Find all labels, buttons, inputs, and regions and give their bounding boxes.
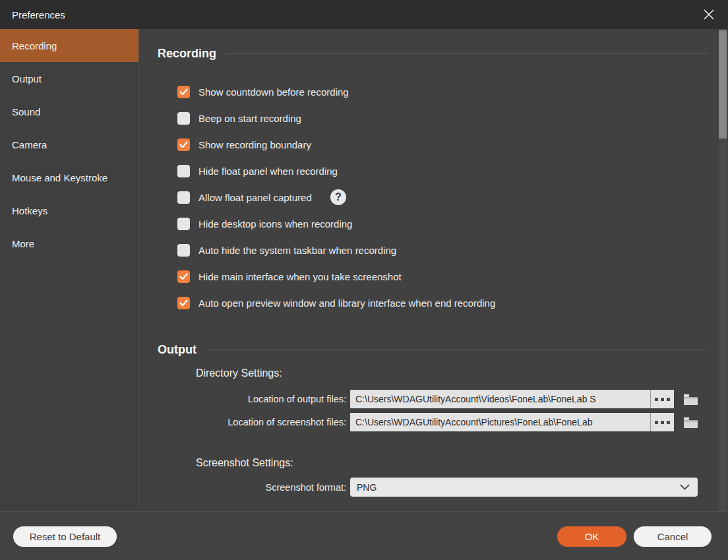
- option-beep-on-start: Beep on start recording: [177, 105, 708, 131]
- checkbox-label: Beep on start recording: [198, 113, 301, 124]
- path-group: [350, 413, 674, 431]
- option-auto-open-preview: Auto open preview window and library int…: [177, 290, 708, 316]
- browse-button[interactable]: [650, 413, 674, 431]
- sidebar-item-label: Recording: [12, 40, 57, 51]
- ellipsis-icon: [655, 398, 658, 401]
- checkbox[interactable]: [177, 218, 190, 230]
- checkbox[interactable]: [177, 86, 190, 98]
- check-icon: [179, 299, 188, 307]
- checkbox-label: Allow float panel captured: [198, 192, 312, 203]
- ok-button[interactable]: OK: [557, 526, 626, 547]
- checkbox[interactable]: [177, 191, 190, 204]
- sidebar-item-label: More: [12, 238, 34, 249]
- checkbox[interactable]: [177, 270, 190, 283]
- screenshot-format-row: Screenshot format: PNG: [158, 478, 708, 497]
- option-auto-hide-taskbar: Auto hide the system taskbar when record…: [177, 237, 708, 263]
- close-icon: [702, 8, 715, 21]
- checkbox[interactable]: [177, 165, 190, 177]
- sidebar-item-hotkeys[interactable]: Hotkeys: [0, 194, 138, 227]
- sidebar-item-label: Camera: [12, 139, 47, 150]
- screenshot-files-path-input[interactable]: [350, 413, 650, 431]
- reset-to-default-button[interactable]: Reset to Default: [13, 526, 117, 547]
- settings-panel: Recording Show countdown before recordin…: [140, 29, 728, 511]
- cancel-button[interactable]: Cancel: [634, 526, 712, 547]
- sidebar-item-output[interactable]: Output: [0, 62, 138, 95]
- checkbox-label: Show recording boundary: [198, 139, 311, 150]
- checkbox[interactable]: [177, 297, 190, 309]
- ellipsis-icon: [667, 421, 670, 424]
- output-files-row: Location of output files:: [158, 390, 708, 408]
- recording-options-list: Show countdown before recording Beep on …: [177, 78, 708, 316]
- selected-format-value: PNG: [357, 482, 377, 493]
- screenshot-format-select[interactable]: PNG: [350, 478, 698, 497]
- section-title: Output: [158, 343, 197, 357]
- titlebar: Preferences: [0, 0, 728, 29]
- sidebar-item-label: Output: [12, 73, 42, 84]
- scrollbar-thumb[interactable]: [719, 30, 727, 139]
- check-icon: [179, 273, 188, 280]
- checkbox-label: Hide main interface when you take screen…: [198, 271, 402, 282]
- recording-section-heading: Recording: [158, 46, 708, 61]
- field-label: Screenshot format:: [158, 482, 350, 493]
- sidebar-item-mouse-and-keystroke[interactable]: Mouse and Keystroke: [0, 161, 138, 194]
- heading-rule: [226, 53, 708, 54]
- checkbox-label: Hide desktop icons when recording: [198, 218, 352, 230]
- section-title: Recording: [158, 47, 216, 61]
- option-hide-float-panel: Hide float panel when recording: [177, 158, 708, 184]
- close-button[interactable]: [699, 5, 719, 24]
- sidebar-item-recording[interactable]: Recording: [0, 29, 138, 62]
- checkbox[interactable]: [177, 244, 190, 257]
- sidebar: Recording Output Sound Camera Mouse and …: [0, 29, 139, 511]
- sidebar-item-label: Sound: [12, 106, 40, 117]
- ellipsis-icon: [667, 398, 670, 401]
- checkbox-label: Show countdown before recording: [198, 86, 349, 98]
- heading-rule: [206, 350, 708, 350]
- checkbox[interactable]: [177, 112, 190, 125]
- option-show-countdown: Show countdown before recording: [177, 78, 708, 105]
- field-label: Location of screenshot files:: [158, 417, 350, 427]
- open-folder-button[interactable]: [683, 393, 698, 406]
- sidebar-item-camera[interactable]: Camera: [0, 128, 138, 161]
- option-hide-main-interface: Hide main interface when you take screen…: [177, 263, 708, 290]
- checkbox-label: Auto open preview window and library int…: [198, 297, 495, 309]
- screenshot-files-row: Location of screenshot files:: [158, 413, 708, 431]
- ellipsis-icon: [661, 421, 664, 424]
- preferences-dialog: Preferences Recording Output Sound Camer…: [0, 0, 728, 560]
- help-icon[interactable]: ?: [330, 189, 346, 205]
- folder-icon: [683, 393, 698, 406]
- sidebar-item-label: Hotkeys: [12, 205, 47, 216]
- screenshot-settings-heading: Screenshot Settings:: [196, 456, 708, 470]
- checkbox-label: Hide float panel when recording: [198, 166, 338, 177]
- sidebar-item-sound[interactable]: Sound: [0, 95, 138, 128]
- chevron-down-icon: [680, 484, 690, 490]
- footer: Reset to Default OK Cancel: [0, 511, 728, 560]
- sidebar-item-more[interactable]: More: [0, 227, 138, 260]
- directory-settings-heading: Directory Settings:: [196, 366, 708, 381]
- option-hide-desktop-icons: Hide desktop icons when recording: [177, 210, 708, 237]
- checkbox-label: Auto hide the system taskbar when record…: [198, 245, 396, 256]
- ellipsis-icon: [661, 398, 664, 401]
- checkbox[interactable]: [177, 139, 190, 151]
- dialog-title: Preferences: [12, 9, 65, 20]
- check-icon: [179, 88, 188, 96]
- browse-button[interactable]: [650, 390, 674, 408]
- option-show-boundary: Show recording boundary: [177, 131, 708, 158]
- check-icon: [179, 141, 188, 148]
- output-files-path-input[interactable]: [350, 390, 650, 408]
- path-group: [350, 390, 674, 408]
- field-label: Location of output files:: [158, 394, 350, 404]
- ellipsis-icon: [655, 421, 658, 424]
- output-section-heading: Output: [158, 342, 708, 358]
- scrollbar-track[interactable]: [719, 29, 727, 511]
- open-folder-button[interactable]: [683, 416, 698, 429]
- sidebar-item-label: Mouse and Keystroke: [12, 172, 107, 183]
- option-allow-float-panel-captured: Allow float panel captured ?: [177, 184, 708, 210]
- folder-icon: [683, 416, 698, 429]
